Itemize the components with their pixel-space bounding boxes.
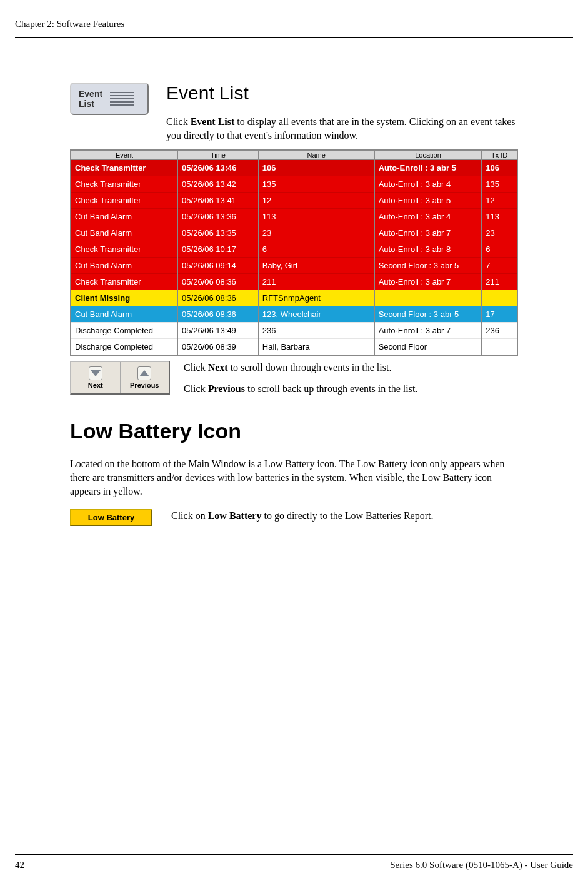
table-row[interactable]: Check Transmitter05/26/06 13:46106Auto-E… — [71, 159, 517, 176]
table-row[interactable]: Check Transmitter05/26/06 08:36211Auto-E… — [71, 273, 517, 290]
footer-right: Series 6.0 Software (0510-1065-A) - User… — [390, 860, 573, 870]
cell-time: 05/26/06 10:17 — [178, 241, 259, 257]
cell-event: Client Missing — [71, 290, 178, 306]
cell-location: Auto-Enroll : 3 abr 4 — [374, 208, 482, 225]
cell-name: Hall, Barbara — [258, 338, 374, 355]
page-content: Event List Event List Click Event List t… — [15, 83, 573, 527]
event-list-button-line1: Event — [79, 89, 102, 99]
cell-name: 106 — [258, 159, 374, 176]
event-list-button-line2: List — [79, 99, 102, 109]
page-number: 42 — [15, 860, 24, 870]
cell-time: 05/26/06 13:46 — [178, 159, 259, 176]
table-row[interactable]: Check Transmitter05/26/06 13:4112Auto-En… — [71, 192, 517, 208]
cell-name: 113 — [258, 208, 374, 225]
cell-location: Auto-Enroll : 3 abr 7 — [374, 273, 482, 290]
cell-name: 236 — [258, 322, 374, 338]
table-row[interactable]: Cut Band Alarm05/26/06 09:14Baby, GirlSe… — [71, 257, 517, 273]
cell-time: 05/26/06 08:36 — [178, 273, 259, 290]
cell-txid: 106 — [482, 159, 517, 176]
cell-time: 05/26/06 13:41 — [178, 192, 259, 208]
previous-button-label: Previous — [130, 381, 159, 389]
cell-txid: 12 — [482, 192, 517, 208]
col-time: Time — [178, 150, 259, 160]
cell-location: Second Floor — [374, 338, 482, 355]
cell-location: Auto-Enroll : 3 abr 7 — [374, 225, 482, 241]
cell-name: 211 — [258, 273, 374, 290]
cell-txid: 211 — [482, 273, 517, 290]
low-battery-heading: Low Battery Icon — [70, 419, 518, 443]
cell-name: 123, Wheelchair — [258, 306, 374, 322]
cell-name: 135 — [258, 176, 374, 192]
cell-txid — [482, 338, 517, 355]
arrow-up-icon — [137, 366, 151, 380]
cell-time: 05/26/06 08:36 — [178, 290, 259, 306]
cell-txid: 6 — [482, 241, 517, 257]
arrow-down-icon — [89, 366, 102, 380]
cell-event: Discharge Completed — [71, 322, 178, 338]
col-txid: Tx ID — [482, 150, 517, 160]
chapter-title: Chapter 2: Software Features — [15, 19, 124, 29]
table-row[interactable]: Check Transmitter05/26/06 10:176Auto-Enr… — [71, 241, 517, 257]
cell-event: Check Transmitter — [71, 241, 178, 257]
previous-button[interactable]: Previous — [121, 362, 169, 393]
cell-txid: 7 — [482, 257, 517, 273]
cell-txid: 135 — [482, 176, 517, 192]
cell-name: 23 — [258, 225, 374, 241]
low-battery-click-desc: Click on Low Battery to go directly to t… — [171, 509, 518, 523]
cell-name: 6 — [258, 241, 374, 257]
next-button[interactable]: Next — [71, 362, 121, 393]
cell-event: Cut Band Alarm — [71, 208, 178, 225]
cell-name: RFTSnmpAgent — [258, 290, 374, 306]
cell-txid: 17 — [482, 306, 517, 322]
prev-desc: Click Previous to scroll back up through… — [184, 382, 518, 396]
table-row[interactable]: Check Transmitter05/26/06 13:42135Auto-E… — [71, 176, 517, 192]
next-button-label: Next — [88, 381, 103, 389]
cell-name: Baby, Girl — [258, 257, 374, 273]
cell-location: Auto-Enroll : 3 abr 5 — [374, 159, 482, 176]
cell-name: 12 — [258, 192, 374, 208]
event-list-intro: Click Event List to display all events t… — [166, 115, 518, 143]
cell-location: Auto-Enroll : 3 abr 7 — [374, 322, 482, 338]
table-row[interactable]: Cut Band Alarm05/26/06 08:36123, Wheelch… — [71, 306, 517, 322]
cell-event: Cut Band Alarm — [71, 225, 178, 241]
table-row[interactable]: Discharge Completed05/26/06 13:49236Auto… — [71, 322, 517, 338]
cell-time: 05/26/06 13:49 — [178, 322, 259, 338]
cell-location — [374, 290, 482, 306]
table-row[interactable]: Cut Band Alarm05/26/06 13:3523Auto-Enrol… — [71, 225, 517, 241]
cell-location: Auto-Enroll : 3 abr 5 — [374, 192, 482, 208]
cell-txid: 113 — [482, 208, 517, 225]
col-name: Name — [258, 150, 374, 160]
cell-event: Check Transmitter — [71, 159, 178, 176]
low-battery-para: Located on the bottom of the Main Window… — [70, 457, 518, 499]
low-battery-button-label: Low Battery — [88, 513, 134, 522]
cell-location: Second Floor : 3 abr 5 — [374, 306, 482, 322]
cell-event: Check Transmitter — [71, 176, 178, 192]
cell-txid: 23 — [482, 225, 517, 241]
event-list-heading: Event List — [166, 83, 518, 104]
event-table-header-row: Event Time Name Location Tx ID — [71, 150, 517, 160]
cell-time: 05/26/06 13:42 — [178, 176, 259, 192]
event-table: Event Time Name Location Tx ID Check Tra… — [70, 149, 518, 356]
cell-time: 05/26/06 09:14 — [178, 257, 259, 273]
list-icon — [110, 92, 134, 106]
event-list-button[interactable]: Event List — [70, 83, 149, 115]
table-row[interactable]: Discharge Completed05/26/06 08:39Hall, B… — [71, 338, 517, 355]
cell-txid — [482, 290, 517, 306]
low-battery-button[interactable]: Low Battery — [70, 509, 152, 526]
cell-txid: 236 — [482, 322, 517, 338]
nav-buttons: Next Previous — [70, 361, 170, 395]
event-list-button-text: Event List — [79, 89, 102, 109]
cell-time: 05/26/06 13:36 — [178, 208, 259, 225]
cell-time: 05/26/06 13:35 — [178, 225, 259, 241]
cell-event: Check Transmitter — [71, 273, 178, 290]
cell-event: Cut Band Alarm — [71, 257, 178, 273]
next-desc: Click Next to scroll down through events… — [184, 361, 518, 375]
cell-time: 05/26/06 08:36 — [178, 306, 259, 322]
table-row[interactable]: Cut Band Alarm05/26/06 13:36113Auto-Enro… — [71, 208, 517, 225]
cell-event: Cut Band Alarm — [71, 306, 178, 322]
cell-event: Discharge Completed — [71, 338, 178, 355]
table-row[interactable]: Client Missing05/26/06 08:36RFTSnmpAgent — [71, 290, 517, 306]
col-location: Location — [374, 150, 482, 160]
page-header: Chapter 2: Software Features — [15, 19, 573, 38]
cell-event: Check Transmitter — [71, 192, 178, 208]
